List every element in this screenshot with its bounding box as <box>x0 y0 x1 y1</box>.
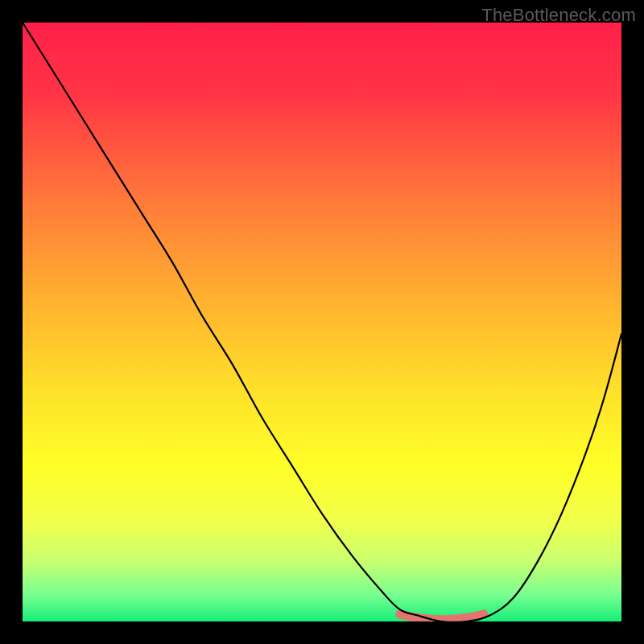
chart-frame: TheBottleneck.com <box>0 0 644 644</box>
plot-area <box>23 23 621 621</box>
chart-svg <box>23 23 621 621</box>
watermark-text: TheBottleneck.com <box>481 5 636 26</box>
gradient-background <box>23 23 621 621</box>
